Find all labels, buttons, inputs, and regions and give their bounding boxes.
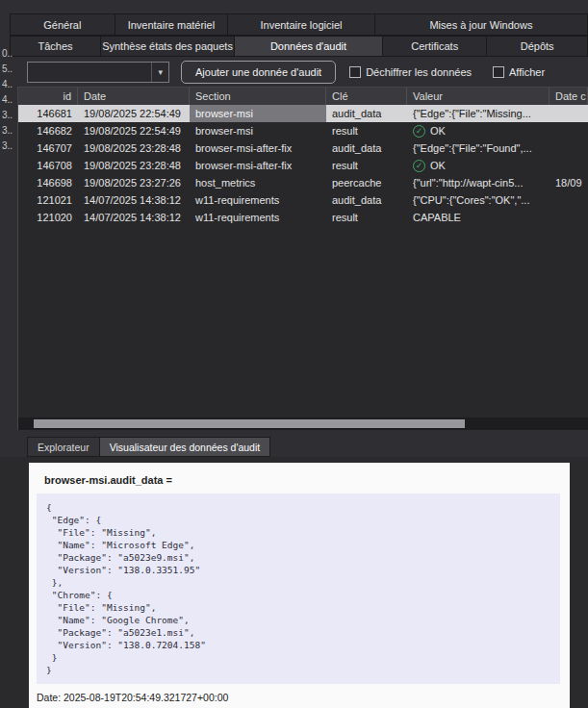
- cell-cle: audit_data: [326, 139, 407, 157]
- column-header-id[interactable]: id: [18, 88, 78, 105]
- cell-date-creation: [550, 191, 588, 209]
- left-panel-cell-fragment: 5..: [0, 62, 16, 77]
- tab-mises-a-jour-windows[interactable]: Mises à jour Windows: [375, 13, 588, 36]
- cell-id: 146681: [18, 105, 78, 122]
- decrypt-data-checkbox[interactable]: Déchiffrer les données: [349, 66, 472, 78]
- wapt-console-window: Général Inventaire matériel Inventaire l…: [0, 0, 588, 708]
- cell-valeur: ✓ OK: [407, 122, 550, 139]
- viewer-date-line: Date: 2025-08-19T20:54:49.321727+00:00: [37, 692, 560, 703]
- table-row[interactable]: 146707 19/08/2025 23:28:48 browser-msi-a…: [18, 139, 588, 157]
- cell-date-creation: [550, 139, 588, 157]
- left-panel-cell-fragment: 4..: [0, 92, 16, 108]
- left-panel-cell-fragment: 4..: [0, 77, 16, 92]
- cell-date: 19/08/2025 22:54:49: [78, 122, 190, 139]
- cell-section: browser-msi: [190, 122, 326, 139]
- audit-toolbar: ▾ Ajouter une donnée d'audit Déchiffrer …: [0, 57, 588, 87]
- cell-date: 14/07/2025 14:38:12: [78, 191, 190, 209]
- grid-header-row: id Date Section Clé Valeur Date c: [18, 88, 588, 105]
- left-panel-cell-fragment: 3..: [0, 123, 16, 139]
- cell-date-creation: [550, 209, 588, 226]
- cell-valeur: {"Edge":{"File":"Missing...: [407, 105, 550, 122]
- cell-section: browser-msi-after-fix: [190, 157, 326, 174]
- cell-cle: result: [326, 209, 407, 226]
- decrypt-data-label: Déchiffrer les données: [366, 66, 472, 78]
- column-header-valeur[interactable]: Valeur: [407, 88, 550, 105]
- ok-label: OK: [430, 125, 446, 137]
- cell-date-creation: [550, 122, 588, 139]
- cell-section: browser-msi-after-fix: [190, 139, 326, 157]
- table-row[interactable]: 146682 19/08/2025 22:54:49 browser-msi r…: [18, 122, 588, 139]
- tab-inventaire-materiel[interactable]: Inventaire matériel: [115, 13, 228, 36]
- ok-label: OK: [430, 160, 446, 171]
- cell-date-creation: [550, 157, 588, 174]
- table-row[interactable]: 146698 19/08/2025 23:27:26 host_metrics …: [18, 174, 588, 191]
- tab-taches[interactable]: Tâches: [10, 36, 101, 57]
- cell-section: w11-requirements: [190, 209, 326, 226]
- window-top-spacer: [0, 0, 588, 13]
- horizontal-scrollbar-thumb[interactable]: [34, 419, 465, 428]
- column-header-date-creation[interactable]: Date c: [550, 88, 588, 105]
- ok-check-icon: ✓: [413, 160, 425, 172]
- left-panel-cutoff-strip: 0.. 5.. 4.. 4.. 3.. 3.. 3..: [0, 46, 16, 154]
- cell-date-creation: 18/09: [550, 174, 588, 191]
- cell-cle: result: [326, 157, 407, 174]
- tab-depots[interactable]: Dépôts: [487, 36, 588, 57]
- cell-section: browser-msi: [190, 105, 326, 122]
- left-panel-cell-fragment: 3..: [0, 108, 16, 123]
- afficher-checkbox[interactable]: Afficher: [493, 66, 545, 78]
- cell-cle: result: [326, 122, 407, 139]
- cell-date-creation: [550, 105, 588, 122]
- left-panel-cell-fragment: 3..: [0, 139, 16, 154]
- cell-valeur: ✓ OK: [407, 157, 550, 174]
- tab-explorateur[interactable]: Explorateur: [27, 437, 100, 457]
- viewer-content: browser-msi.audit_data = { "Edge": { "Fi…: [29, 463, 570, 708]
- tab-bar-row-1: Général Inventaire matériel Inventaire l…: [0, 13, 588, 36]
- tab-visualisateur-donnees-audit[interactable]: Visualisateur des données d'audit: [100, 437, 271, 457]
- tab-certificats[interactable]: Certificats: [383, 36, 487, 57]
- checkbox-box[interactable]: [349, 66, 361, 78]
- tab-donnees-audit[interactable]: Données d'audit: [235, 36, 383, 57]
- cell-cle: audit_data: [326, 191, 407, 209]
- afficher-label: Afficher: [509, 66, 545, 78]
- cell-id: 121020: [18, 209, 78, 226]
- ok-check-icon: ✓: [413, 125, 425, 138]
- column-header-section[interactable]: Section: [190, 88, 326, 105]
- horizontal-scrollbar[interactable]: [18, 417, 588, 430]
- cell-date: 19/08/2025 23:27:26: [78, 174, 190, 191]
- table-row[interactable]: 146708 19/08/2025 23:28:48 browser-msi-a…: [18, 157, 588, 174]
- table-row[interactable]: 146681 19/08/2025 22:54:49 browser-msi a…: [18, 105, 588, 122]
- column-header-cle[interactable]: Clé: [326, 88, 407, 105]
- cell-section: host_metrics: [190, 174, 326, 191]
- cell-valeur: {"CPU":{"Cores":"OK","...: [407, 191, 550, 209]
- table-row[interactable]: 121021 14/07/2025 14:38:12 w11-requireme…: [18, 191, 588, 209]
- cell-section: w11-requirements: [190, 191, 326, 209]
- tab-bar-row-2: Tâches Synthèse états des paquets Donnée…: [0, 36, 588, 57]
- cell-id: 146707: [18, 139, 78, 157]
- cell-valeur: {"Edge":{"File":"Found",...: [407, 139, 550, 157]
- cell-cle: peercache: [326, 174, 407, 191]
- cell-valeur: CAPABLE: [407, 209, 550, 226]
- audit-data-grid: id Date Section Clé Valeur Date c 146681…: [17, 87, 588, 430]
- chevron-down-icon: ▾: [151, 63, 168, 82]
- left-panel-cell-fragment: 0..: [0, 46, 16, 62]
- cell-id: 146698: [18, 174, 78, 191]
- add-audit-data-button[interactable]: Ajouter une donnée d'audit: [181, 61, 336, 84]
- cell-date: 19/08/2025 23:28:48: [78, 139, 190, 157]
- audit-filter-combobox[interactable]: ▾: [27, 62, 169, 83]
- column-header-date[interactable]: Date: [78, 88, 190, 105]
- bottom-tab-bar: Explorateur Visualisateur des données d'…: [0, 437, 588, 457]
- tab-general[interactable]: Général: [10, 13, 115, 36]
- audit-data-viewer-panel: browser-msi.audit_data = { "Edge": { "Fi…: [0, 457, 588, 708]
- table-row[interactable]: 121020 14/07/2025 14:38:12 w11-requireme…: [18, 209, 588, 226]
- cell-date: 14/07/2025 14:38:12: [78, 209, 190, 226]
- cell-id: 146682: [18, 122, 78, 139]
- audit-json-content: { "Edge": { "File": "Missing", "Name": "…: [37, 493, 560, 684]
- grid-empty-area: [18, 226, 588, 417]
- checkbox-box[interactable]: [493, 66, 504, 78]
- tab-inventaire-logiciel[interactable]: Inventaire logiciel: [228, 13, 375, 36]
- cell-date: 19/08/2025 23:28:48: [78, 157, 190, 174]
- cell-id: 121021: [18, 191, 78, 209]
- tab-synthese-etats-paquets[interactable]: Synthèse états des paquets: [101, 36, 235, 57]
- cell-id: 146708: [18, 157, 78, 174]
- cell-date: 19/08/2025 22:54:49: [78, 105, 190, 122]
